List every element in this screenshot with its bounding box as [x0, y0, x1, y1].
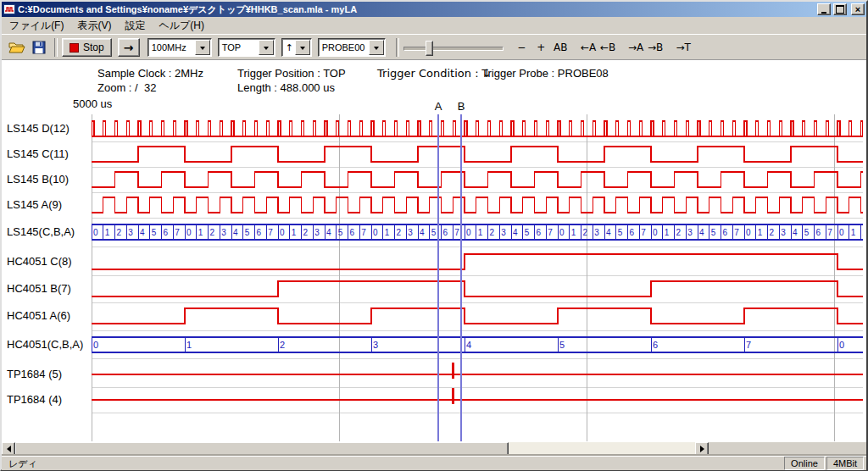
svg-text:4: 4 [699, 228, 704, 237]
trigger-position-select[interactable]: TOP [218, 38, 275, 57]
menu-help[interactable]: ヘルプ(H) [152, 17, 211, 35]
toolbar-nav: −+AB←A←B→A→B→T [512, 38, 702, 57]
menu-settings[interactable]: 設定 [118, 17, 152, 35]
channel-label: TP1684 (4) [7, 393, 62, 407]
svg-text:0: 0 [653, 228, 658, 237]
svg-text:7: 7 [268, 228, 273, 237]
cursor-markers[interactable] [438, 114, 461, 441]
zoom-slider-groove [403, 47, 504, 51]
trigger-edge-select[interactable]: ↑ [281, 38, 312, 57]
waveform-ls145-c-11 [92, 147, 863, 162]
sample-clock-value: 100MHz [148, 42, 195, 53]
prev-a-button[interactable]: ←A [579, 38, 598, 57]
waveform-client: Sample Clock : 2MHz Zoom : / 32 Trigger … [2, 59, 866, 443]
waveform-ls145-a-9 [92, 197, 863, 213]
svg-text:1: 1 [198, 228, 203, 237]
svg-text:3: 3 [314, 228, 320, 237]
svg-text:4: 4 [606, 228, 611, 237]
time-scale-label: 5000 us [73, 97, 112, 110]
svg-text:1: 1 [758, 228, 763, 237]
zoom-out-button[interactable]: − [512, 38, 531, 57]
svg-text:1: 1 [292, 228, 297, 237]
waveform-ls145-c-b-a: 0123456701234567012345670123456701234567… [92, 224, 863, 240]
minimize-button[interactable] [817, 3, 831, 15]
svg-text:4: 4 [513, 228, 518, 237]
channel-label: TP1684 (5) [7, 368, 62, 381]
waveform-hc4051-b-7 [92, 281, 863, 296]
chevron-down-icon[interactable] [259, 40, 274, 55]
svg-text:6: 6 [816, 228, 821, 237]
maximize-button[interactable] [833, 3, 847, 15]
svg-text:7: 7 [548, 228, 553, 237]
svg-text:3: 3 [687, 228, 693, 237]
toolbar-nav-group: ←A←B [579, 38, 618, 57]
length-text: Length : 488.000 us [237, 81, 335, 94]
svg-text:3: 3 [408, 228, 413, 237]
svg-text:5: 5 [152, 228, 157, 237]
scrollbar-track[interactable] [15, 442, 695, 456]
toolbar-separator [54, 38, 58, 57]
prev-b-button[interactable]: ←B [598, 38, 618, 57]
chevron-down-icon[interactable] [195, 40, 210, 55]
chevron-down-icon[interactable] [295, 40, 310, 55]
svg-text:2: 2 [676, 228, 682, 237]
goto-trigger-button[interactable]: →T [674, 38, 693, 57]
open-button[interactable] [6, 37, 28, 58]
waveform-tp1684-4 [92, 388, 863, 404]
zoom-in-button[interactable]: + [531, 38, 551, 57]
toolbar-nav-group: →A→B [626, 38, 665, 57]
chevron-down-icon[interactable] [369, 40, 384, 55]
scroll-left-button[interactable] [2, 442, 15, 456]
svg-text:6: 6 [653, 340, 658, 350]
scroll-right-button[interactable] [695, 442, 709, 456]
waveform-hc4051-c-8 [92, 254, 863, 269]
svg-text:0: 0 [280, 228, 285, 237]
next-b-button[interactable]: →B [646, 38, 665, 57]
svg-text:0: 0 [559, 228, 565, 237]
waveform-plot[interactable]: 0123456701234567012345670123456701234567… [92, 114, 863, 441]
waveform-ls145-b-10 [92, 172, 863, 187]
ab-button[interactable]: AB [551, 38, 570, 57]
svg-text:7: 7 [175, 228, 180, 237]
svg-text:6: 6 [723, 228, 728, 237]
svg-text:0: 0 [93, 228, 98, 237]
svg-text:2: 2 [303, 228, 309, 237]
status-bar: レディ Online 4MBit [2, 456, 866, 470]
svg-text:7: 7 [361, 228, 366, 237]
svg-text:1: 1 [571, 228, 576, 237]
zoom-slider[interactable] [403, 38, 504, 57]
svg-text:4: 4 [326, 228, 331, 237]
svg-text:7: 7 [454, 228, 459, 237]
svg-text:3: 3 [501, 228, 506, 237]
svg-text:3: 3 [373, 340, 378, 350]
stop-button[interactable]: Stop [62, 38, 112, 57]
svg-text:0: 0 [466, 228, 471, 237]
run-button[interactable]: → [118, 38, 140, 57]
waveform-tp1684-5 [92, 363, 863, 379]
sample-clock-text: Sample Clock : 2MHz [97, 67, 203, 80]
title-bar[interactable]: C:¥Documents and Settings¥noname¥デスクトップ¥… [2, 2, 866, 17]
trigger-position-value: TOP [219, 42, 259, 53]
close-button[interactable]: × [851, 3, 865, 15]
next-a-button[interactable]: →A [626, 38, 646, 57]
trigger-probe-select[interactable]: PROBE00 [318, 38, 386, 57]
svg-text:7: 7 [734, 228, 739, 237]
horizontal-scrollbar[interactable] [2, 442, 709, 456]
channel-label: HC4051 B(7) [7, 282, 71, 296]
stop-icon [70, 43, 79, 53]
save-button[interactable] [28, 37, 50, 58]
svg-text:2: 2 [117, 228, 122, 237]
arrow-left-icon [3, 446, 11, 452]
zoom-slider-thumb[interactable] [426, 41, 433, 56]
svg-text:1: 1 [851, 228, 856, 237]
marker-b-label[interactable]: B [456, 100, 466, 113]
svg-text:1: 1 [186, 340, 192, 350]
sample-clock-select[interactable]: 100MHz [147, 38, 212, 57]
menu-file[interactable]: ファイル(F) [3, 17, 70, 35]
toolbar-separator [396, 38, 399, 57]
window-title: C:¥Documents and Settings¥noname¥デスクトップ¥… [18, 3, 815, 16]
waveform-hc4051-a-6 [92, 308, 863, 324]
menu-view[interactable]: 表示(V) [70, 17, 118, 35]
marker-a-label[interactable]: A [433, 100, 443, 113]
svg-text:4: 4 [233, 228, 238, 237]
